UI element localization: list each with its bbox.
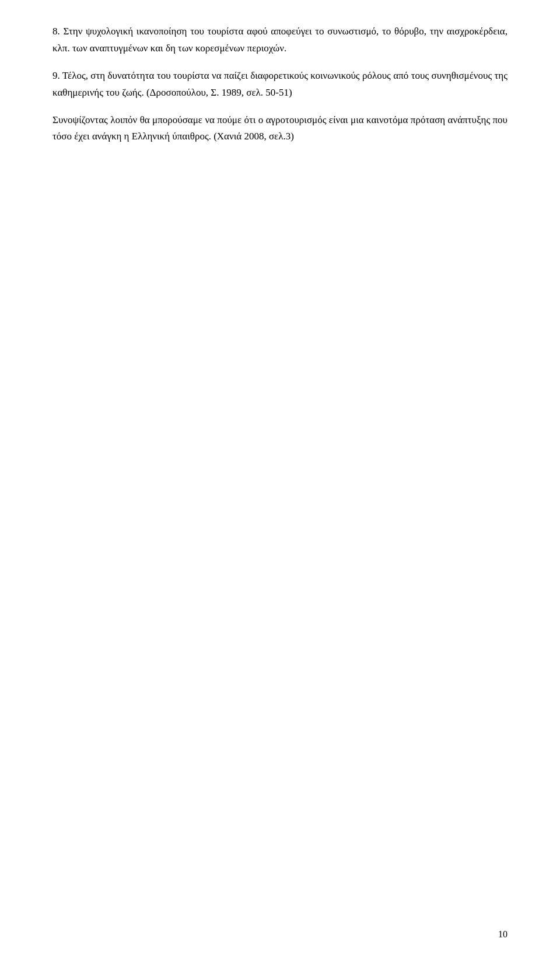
page-number: 10 xyxy=(498,929,508,940)
paragraph-9: 9. Τέλος, στη δυνατότητα του τουρίστα να… xyxy=(52,68,508,101)
content-area: 8. Στην ψυχολογική ικανοποίηση του τουρί… xyxy=(52,23,508,145)
paragraph-8: 8. Στην ψυχολογική ικανοποίηση του τουρί… xyxy=(52,23,508,57)
paragraph-8-text: 8. Στην ψυχολογική ικανοποίηση του τουρί… xyxy=(52,26,508,54)
page: 8. Στην ψυχολογική ικανοποίηση του τουρί… xyxy=(0,0,560,963)
summary-paragraph: Συνοψίζοντας λοιπόν θα μπορούσαμε να πού… xyxy=(52,112,508,146)
summary-text: Συνοψίζοντας λοιπόν θα μπορούσαμε να πού… xyxy=(52,114,508,142)
paragraph-9-text: 9. Τέλος, στη δυνατότητα του τουρίστα να… xyxy=(52,70,508,98)
